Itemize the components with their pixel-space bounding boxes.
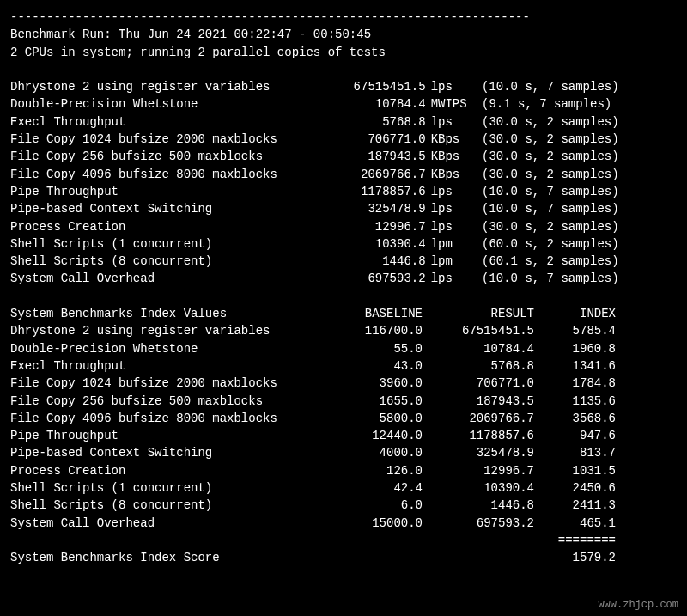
index-test-result: 1178857.6 (423, 427, 534, 444)
index-result-row: Pipe-based Context Switching4000.0325478… (10, 444, 677, 461)
index-test-name: Shell Scripts (1 concurrent) (10, 479, 319, 497)
index-header-baseline: BASELINE (319, 305, 423, 322)
test-name: Shell Scripts (8 concurrent) (10, 253, 315, 270)
test-unit: lps (426, 78, 471, 95)
index-test-result: 10784.4 (423, 340, 534, 357)
index-test-baseline: 6.0 (319, 497, 423, 514)
raw-result-row: Process Creation12996.7lps(30.0 s, 2 sam… (10, 218, 677, 235)
index-test-result: 12996.7 (423, 462, 534, 479)
index-test-baseline: 126.0 (319, 462, 423, 479)
test-value: 10390.4 (315, 235, 425, 253)
test-unit: lpm (426, 235, 471, 253)
index-result-row: Shell Scripts (8 concurrent)6.01446.8241… (10, 497, 677, 514)
index-test-result: 1446.8 (423, 497, 534, 514)
index-test-result: 67515451.5 (423, 322, 534, 339)
cpu-count-line: 2 CPUs in system; running 2 parallel cop… (10, 44, 677, 61)
blank-line (10, 288, 677, 305)
test-unit: KBps (426, 148, 471, 165)
raw-result-row: Double-Precision Whetstone10784.4MWIPS(9… (10, 95, 677, 113)
test-value: 187943.5 (315, 148, 425, 165)
test-timing: (30.0 s, 2 samples) (471, 113, 677, 131)
index-test-name: Double-Precision Whetstone (10, 340, 319, 357)
score-rule-pad (423, 532, 534, 549)
test-timing: (9.1 s, 7 samples) (471, 95, 677, 113)
raw-result-row: Execl Throughput5768.8lps(30.0 s, 2 samp… (10, 113, 677, 131)
test-name: Pipe Throughput (10, 183, 315, 200)
index-header-name: System Benchmarks Index Values (10, 305, 319, 322)
score-label: System Benchmarks Index Score (10, 549, 319, 566)
index-test-index: 2411.3 (534, 497, 616, 514)
index-header-index: INDEX (534, 305, 616, 322)
test-name: Shell Scripts (1 concurrent) (10, 235, 315, 253)
index-test-name: Process Creation (10, 462, 319, 479)
index-test-baseline: 116700.0 (319, 322, 423, 339)
index-test-index: 813.7 (534, 444, 616, 461)
test-unit: MWIPS (426, 95, 471, 113)
index-test-name: Pipe Throughput (10, 427, 319, 444)
test-timing: (30.0 s, 2 samples) (471, 218, 677, 235)
raw-result-row: Pipe Throughput1178857.6lps(10.0 s, 7 sa… (10, 183, 677, 200)
index-test-baseline: 15000.0 (319, 515, 423, 532)
test-name: Dhrystone 2 using register variables (10, 78, 315, 95)
test-value: 1178857.6 (315, 183, 425, 200)
index-test-baseline: 4000.0 (319, 444, 423, 461)
test-timing: (30.0 s, 2 samples) (471, 166, 677, 183)
test-value: 697593.2 (315, 270, 425, 287)
index-test-name: Dhrystone 2 using register variables (10, 322, 319, 339)
test-unit: KBps (426, 166, 471, 183)
benchmark-run-line: Benchmark Run: Thu Jun 24 2021 00:22:47 … (10, 26, 677, 43)
index-header-result: RESULT (423, 305, 534, 322)
test-value: 1446.8 (315, 253, 425, 270)
index-test-result: 325478.9 (423, 444, 534, 461)
index-result-row: File Copy 1024 bufsize 2000 maxblocks396… (10, 375, 677, 392)
score-rule-row: ======== (10, 532, 677, 549)
raw-result-row: Dhrystone 2 using register variables6751… (10, 78, 677, 95)
test-unit: lps (426, 218, 471, 235)
blank-line (10, 61, 677, 78)
index-test-baseline: 1655.0 (319, 393, 423, 410)
index-result-row: Double-Precision Whetstone55.010784.4196… (10, 340, 677, 357)
raw-result-row: Pipe-based Context Switching325478.9lps(… (10, 200, 677, 217)
index-test-index: 1135.6 (534, 393, 616, 410)
index-result-row: Execl Throughput43.05768.81341.6 (10, 357, 677, 375)
test-timing: (30.0 s, 2 samples) (471, 148, 677, 165)
score-row: System Benchmarks Index Score 1579.2 (10, 549, 677, 566)
index-test-name: System Call Overhead (10, 515, 319, 532)
index-test-baseline: 12440.0 (319, 427, 423, 444)
index-test-index: 3568.6 (534, 410, 616, 427)
test-unit: lps (426, 270, 471, 287)
index-result-row: Pipe Throughput12440.01178857.6947.6 (10, 427, 677, 444)
index-test-name: File Copy 1024 bufsize 2000 maxblocks (10, 375, 319, 392)
index-test-name: File Copy 4096 bufsize 8000 maxblocks (10, 410, 319, 427)
score-pad (423, 549, 534, 566)
test-timing: (10.0 s, 7 samples) (471, 78, 677, 95)
index-test-index: 1341.6 (534, 357, 616, 375)
test-timing: (60.1 s, 2 samples) (471, 253, 677, 270)
test-value: 2069766.7 (315, 166, 425, 183)
index-test-index: 947.6 (534, 427, 616, 444)
score-pad (319, 549, 423, 566)
index-result-row: File Copy 4096 bufsize 8000 maxblocks580… (10, 410, 677, 427)
index-test-baseline: 42.4 (319, 479, 423, 497)
test-value: 67515451.5 (315, 78, 425, 95)
raw-result-row: System Call Overhead697593.2lps(10.0 s, … (10, 270, 677, 287)
test-value: 706771.0 (315, 131, 425, 148)
test-timing: (10.0 s, 7 samples) (471, 200, 677, 217)
index-results-block: Dhrystone 2 using register variables1167… (10, 322, 677, 532)
test-unit: KBps (426, 131, 471, 148)
index-test-index: 465.1 (534, 515, 616, 532)
index-test-result: 187943.5 (423, 393, 534, 410)
index-result-row: Process Creation126.012996.71031.5 (10, 462, 677, 479)
test-name: File Copy 1024 bufsize 2000 maxblocks (10, 131, 315, 148)
index-test-baseline: 5800.0 (319, 410, 423, 427)
index-test-result: 5768.8 (423, 357, 534, 375)
index-test-name: Pipe-based Context Switching (10, 444, 319, 461)
index-test-baseline: 55.0 (319, 340, 423, 357)
score-value: 1579.2 (534, 549, 616, 566)
index-result-row: System Call Overhead15000.0697593.2465.1 (10, 515, 677, 532)
test-name: Pipe-based Context Switching (10, 200, 315, 217)
test-name: Double-Precision Whetstone (10, 95, 315, 113)
test-timing: (10.0 s, 7 samples) (471, 183, 677, 200)
test-value: 10784.4 (315, 95, 425, 113)
index-test-name: Execl Throughput (10, 357, 319, 375)
